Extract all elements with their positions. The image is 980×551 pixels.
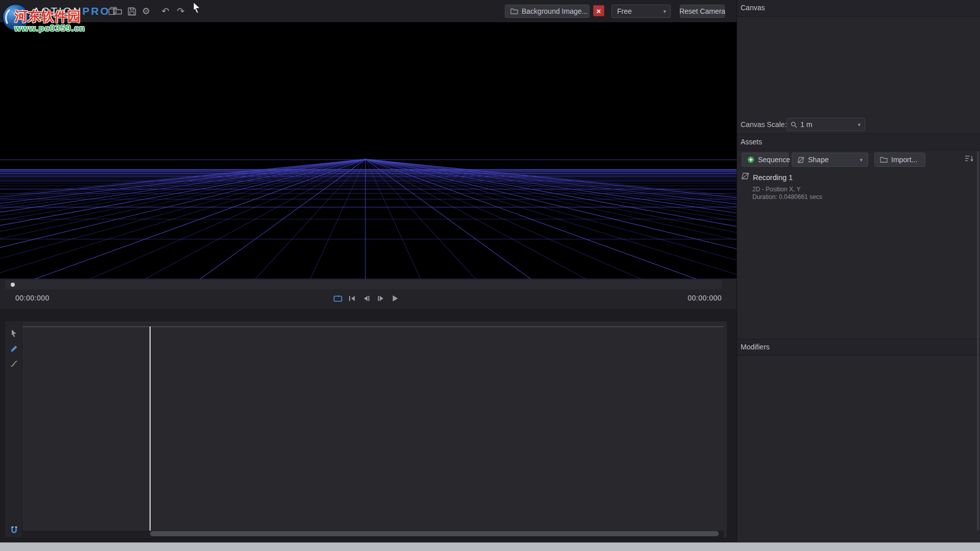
- canvas-scale-label: Canvas Scale:: [741, 115, 787, 134]
- import-label: Import...: [891, 156, 917, 164]
- brand-title: ACTIONPRO: [33, 0, 110, 22]
- reset-camera-label: Reset Camera: [679, 7, 725, 15]
- modifiers-section-header: Modifiers: [737, 339, 980, 356]
- timeline-playhead[interactable]: [150, 327, 151, 531]
- canvas-scale-select[interactable]: 1 m ▾: [787, 118, 865, 131]
- bottom-edge-strip: [0, 542, 980, 551]
- reset-camera-button[interactable]: Reset Camera: [680, 5, 725, 18]
- app-logo-icon: [2, 4, 30, 31]
- camera-mode-value: Free: [617, 7, 632, 15]
- end-time: 00:00:000: [676, 294, 722, 302]
- folder-icon: [880, 157, 888, 163]
- chevron-down-icon: ▾: [656, 8, 666, 15]
- select-tool-button[interactable]: [8, 328, 19, 339]
- undo-button[interactable]: ↶: [159, 5, 172, 17]
- app-window: ACTIONPRO ⚙ ↶ ↷ Background Image... × Fr…: [0, 0, 980, 551]
- curve-tool-button[interactable]: [8, 358, 19, 369]
- brand-pro-text: PRO: [82, 5, 110, 17]
- app-toolbar: ACTIONPRO ⚙ ↶ ↷ Background Image... × Fr…: [0, 0, 737, 22]
- clear-background-button[interactable]: ×: [593, 5, 604, 16]
- redo-button[interactable]: ↷: [175, 5, 187, 17]
- open-file-button[interactable]: [111, 5, 124, 17]
- canvas-section-header: Canvas: [737, 0, 980, 17]
- 3d-viewport[interactable]: [0, 22, 737, 279]
- save-button[interactable]: [126, 5, 138, 17]
- plus-circle-icon: [747, 156, 754, 163]
- assets-section-header: Assets: [737, 134, 980, 151]
- timeline-horizontal-scrollbar[interactable]: [22, 531, 724, 537]
- modifiers-section-title: Modifiers: [741, 343, 770, 351]
- chevron-down-icon: ▾: [857, 121, 861, 128]
- timeline-tool-strip: [5, 321, 22, 537]
- background-image-button[interactable]: Background Image...: [505, 5, 590, 18]
- sequence-asset-icon: [741, 172, 749, 180]
- scrollbar-thumb[interactable]: [150, 531, 719, 536]
- assets-vertical-scrollbar[interactable]: [977, 151, 979, 531]
- canvas-scale-value: 1 m: [800, 120, 812, 129]
- asset-type: 2D - Position X, Y: [752, 186, 801, 193]
- next-frame-button[interactable]: [375, 292, 387, 305]
- timeline-scrubber[interactable]: [5, 280, 722, 289]
- assets-toolbar: Sequence Shape ▾ Import...: [737, 150, 980, 170]
- canvas-section-title: Canvas: [741, 4, 765, 12]
- sort-assets-button[interactable]: [965, 155, 974, 163]
- loop-button[interactable]: [332, 292, 344, 305]
- canvas-scale-row: Canvas Scale: 1 m ▾: [737, 115, 980, 134]
- current-time: 00:00:000: [15, 294, 50, 302]
- brand-action-text: ACTION: [33, 5, 82, 17]
- play-button[interactable]: [389, 292, 401, 305]
- assets-section-title: Assets: [741, 138, 762, 146]
- draw-tool-button[interactable]: [8, 343, 19, 354]
- background-image-label: Background Image...: [522, 7, 587, 15]
- magnifier-icon: [791, 121, 797, 128]
- transport-bar: 00:00:000 00:00:000: [0, 289, 737, 309]
- snap-magnet-tool-button[interactable]: [8, 524, 19, 536]
- timeline-panel[interactable]: [5, 321, 727, 537]
- shape-button[interactable]: Shape ▾: [792, 153, 868, 167]
- shape-icon: [797, 157, 804, 163]
- perspective-grid: [0, 22, 737, 279]
- previous-frame-button[interactable]: [360, 292, 373, 305]
- timeline-region: [0, 309, 737, 542]
- import-button[interactable]: Import...: [874, 153, 925, 167]
- go-to-start-button[interactable]: [346, 292, 358, 305]
- asset-name: Recording 1: [753, 173, 793, 182]
- chevron-down-icon: ▾: [860, 157, 863, 163]
- asset-item-recording-1[interactable]: Recording 1 2D - Position X, Y Duration:…: [737, 169, 976, 203]
- right-panel: Canvas Canvas Scale: 1 m ▾ Assets Sequen…: [737, 0, 980, 542]
- shape-label: Shape: [808, 156, 828, 164]
- add-sequence-label: Sequence: [758, 156, 790, 164]
- settings-gear-button[interactable]: ⚙: [140, 5, 152, 17]
- timeline-ruler-line: [22, 327, 724, 327]
- folder-icon: [510, 8, 518, 14]
- scrubber-playhead-dot[interactable]: [11, 283, 15, 287]
- add-sequence-button[interactable]: Sequence: [742, 153, 789, 167]
- camera-mode-select[interactable]: Free ▾: [611, 5, 671, 18]
- asset-duration: Duration: 0.0480661 secs: [752, 193, 822, 201]
